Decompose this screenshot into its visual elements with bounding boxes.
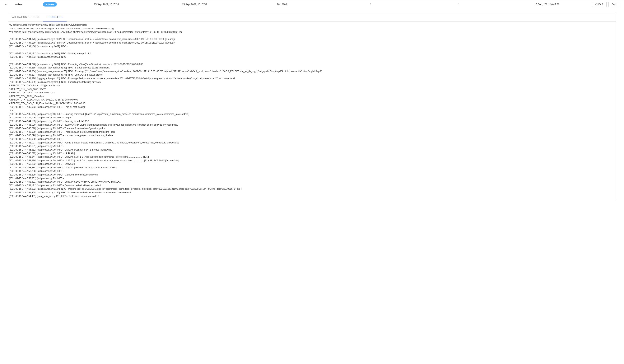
end-time: 15 Sep, 2021, 10:47:54: [151, 3, 237, 6]
log-panel: VALIDATION ERRORS ERROR LOG my-airflow-c…: [8, 13, 616, 200]
fail-button[interactable]: FAIL: [608, 2, 620, 7]
tab-error-log[interactable]: ERROR LOG: [43, 13, 67, 22]
expand-chevron-icon[interactable]: [4, 2, 8, 6]
header-actions: CLEAR FAIL: [592, 2, 620, 7]
log-output: my-airflow-cluster-worker-0.my-airflow-c…: [8, 22, 616, 200]
retries-number: 1: [416, 3, 502, 6]
tab-bar: VALIDATION ERRORS ERROR LOG: [8, 13, 616, 22]
task-name: orders: [10, 3, 36, 6]
clear-button[interactable]: CLEAR: [592, 2, 607, 7]
tab-validation-errors[interactable]: VALIDATION ERRORS: [8, 13, 43, 22]
task-header-row: orders success 15 Sep, 2021, 10:47:34 15…: [0, 0, 624, 9]
attempt-number: 1: [328, 3, 414, 6]
task-status: success: [38, 2, 61, 6]
scheduled-time: 15 Sep, 2021, 10:47:32: [504, 3, 590, 6]
status-badge: success: [43, 2, 56, 6]
duration: 20.121084: [239, 3, 326, 6]
start-time: 15 Sep, 2021, 10:47:34: [63, 3, 149, 6]
